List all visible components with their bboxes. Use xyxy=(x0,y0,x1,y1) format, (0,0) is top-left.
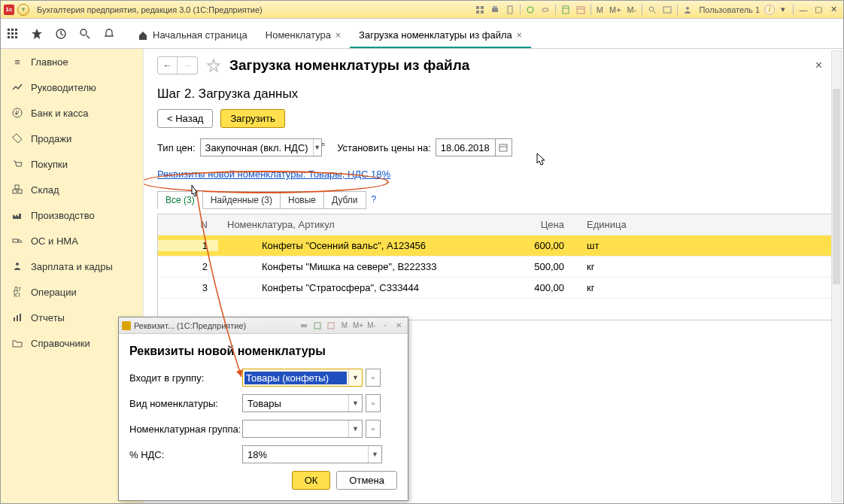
popup-calendar-icon[interactable] xyxy=(325,320,337,331)
tool-strip: Начальная страница Номенклатура × Загруз… xyxy=(1,19,843,49)
open-ref-icon[interactable]: ▫ xyxy=(366,369,381,387)
col-price[interactable]: Цена xyxy=(489,219,579,230)
minimize-icon[interactable]: — xyxy=(797,4,810,16)
info-icon[interactable]: i xyxy=(764,5,775,15)
apps-icon[interactable] xyxy=(5,26,20,41)
factory-icon xyxy=(11,209,23,221)
maximize-icon[interactable]: ▢ xyxy=(812,4,825,16)
sidebar-item-main[interactable]: ≡Главное xyxy=(1,49,143,74)
sidebar-item-salary[interactable]: Зарплата и кадры xyxy=(1,254,143,279)
search-icon[interactable] xyxy=(77,26,93,41)
col-unit[interactable]: Единица xyxy=(579,219,669,230)
filter-tab-duplicates[interactable]: Дубли xyxy=(323,191,366,209)
popup-calc-icon[interactable] xyxy=(311,320,323,331)
m-minus-button[interactable]: M- xyxy=(625,5,639,14)
table-row[interactable]: 3Конфеты "Стратосфера", C333444400,00кг xyxy=(158,278,833,299)
svg-rect-19 xyxy=(15,29,17,31)
popup-cancel-button[interactable]: Отмена xyxy=(336,471,397,490)
tab-load-from-file[interactable]: Загрузка номенклатуры из файла × xyxy=(350,22,531,48)
doc-icon[interactable] xyxy=(503,4,517,16)
window-icon[interactable] xyxy=(660,4,674,16)
col-n[interactable]: N xyxy=(158,219,218,230)
tab-nomenclature[interactable]: Номенклатура × xyxy=(257,22,350,48)
page-close-icon[interactable]: × xyxy=(815,59,822,72)
refresh-icon[interactable] xyxy=(524,4,537,16)
sidebar-item-operations[interactable]: ДтКтОперации xyxy=(1,279,143,305)
open-ref-icon[interactable]: ▫ xyxy=(366,394,381,412)
sidebar-item-stock[interactable]: Склад xyxy=(1,177,143,202)
chevron-down-icon[interactable]: ▼ xyxy=(348,369,362,386)
favorite-star-icon[interactable] xyxy=(205,57,222,74)
open-ref-icon[interactable]: ▫ xyxy=(366,420,381,438)
popup-mminus-button[interactable]: M- xyxy=(366,320,378,331)
zoom-icon[interactable] xyxy=(645,4,659,16)
nav-forward-icon[interactable]: → xyxy=(178,57,197,74)
calendar-picker-icon[interactable] xyxy=(496,138,512,156)
popup-print-icon[interactable] xyxy=(298,320,310,331)
popup-group-combo[interactable]: Товары (конфеты) ▼ xyxy=(242,369,363,387)
step-title: Шаг 2. Загрузка данных xyxy=(157,87,830,102)
price-type-label: Тип цен: xyxy=(157,142,196,153)
info-dropdown[interactable]: ▾ xyxy=(776,4,790,16)
chevron-down-icon[interactable]: ▼ xyxy=(313,139,321,156)
history-icon[interactable] xyxy=(53,26,68,41)
scrollbar[interactable] xyxy=(831,50,842,502)
sidebar-item-production[interactable]: Производство xyxy=(1,202,143,228)
app-menu-dropdown[interactable]: ▼ xyxy=(17,4,29,16)
star-icon[interactable] xyxy=(29,26,44,41)
sidebar-item-bank[interactable]: ₽Банк и касса xyxy=(1,100,143,126)
popup-group-value: Товары (конфеты) xyxy=(244,372,347,384)
requisites-link[interactable]: Реквизиты новой номенклатуры: Товары, НД… xyxy=(157,169,390,180)
back-button[interactable]: < Назад xyxy=(157,109,213,128)
tab-close-icon[interactable]: × xyxy=(517,30,522,41)
user-label[interactable]: Пользователь 1 xyxy=(696,5,763,14)
set-date-input[interactable] xyxy=(436,142,495,153)
popup-close-icon[interactable]: ✕ xyxy=(393,320,405,331)
print-icon[interactable] xyxy=(488,4,502,16)
popup-nomgrp-combo[interactable]: ▼ xyxy=(242,420,363,438)
svg-point-13 xyxy=(649,7,654,11)
sidebar-item-purchases[interactable]: Покупки xyxy=(1,151,143,177)
popup-restore-icon[interactable]: ▫ xyxy=(379,320,391,331)
calc-icon[interactable] xyxy=(559,4,572,16)
calendar-icon[interactable] xyxy=(574,4,587,16)
popup-ok-button[interactable]: ОК xyxy=(292,471,331,490)
sidebar-item-label: Зарплата и кадры xyxy=(31,261,113,272)
m-button[interactable]: M xyxy=(594,5,606,14)
chevron-down-icon[interactable]: ▼ xyxy=(348,421,362,437)
popup-vat-combo[interactable]: 18% ▼ xyxy=(242,445,382,463)
filter-tab-new[interactable]: Новые xyxy=(280,191,324,209)
popup-m-button[interactable]: M xyxy=(339,320,351,331)
table-row[interactable]: 1Конфеты "Осенний вальс", A123456600,00ш… xyxy=(158,235,833,257)
table-row[interactable]: 2Конфеты "Мишка на севере", B222333500,0… xyxy=(158,257,833,278)
open-ref-icon[interactable]: ▫ xyxy=(322,138,326,156)
col-nom[interactable]: Номенклатура, Артикул xyxy=(218,219,489,230)
sidebar-item-manager[interactable]: Руководителю xyxy=(1,74,143,100)
tab-close-icon[interactable]: × xyxy=(335,30,341,41)
link-icon[interactable] xyxy=(539,4,552,16)
popup-mplus-button[interactable]: M+ xyxy=(352,320,364,331)
close-icon[interactable]: ✕ xyxy=(827,4,840,16)
filter-help-icon[interactable]: ? xyxy=(366,191,383,209)
price-type-combo[interactable]: Закупочная (вкл. НДС) ▼ xyxy=(200,138,322,156)
m-plus-button[interactable]: M+ xyxy=(607,5,624,14)
grid-icon[interactable] xyxy=(473,4,487,16)
popup-group-label: Входит в группу: xyxy=(129,372,242,384)
cell-nom: Конфеты "Осенний вальс", A123456 xyxy=(218,240,489,251)
svg-rect-35 xyxy=(13,239,18,242)
filter-tab-found[interactable]: Найденные (3) xyxy=(202,191,281,209)
nav-back-icon[interactable]: ← xyxy=(158,57,178,74)
sidebar-item-assets[interactable]: ОС и НМА xyxy=(1,228,143,254)
dtkt-icon: ДтКт xyxy=(11,286,23,298)
sidebar-item-sales[interactable]: Продажи xyxy=(1,126,143,151)
chevron-down-icon[interactable]: ▼ xyxy=(368,446,381,463)
bell-icon[interactable] xyxy=(102,26,117,41)
chevron-down-icon[interactable]: ▼ xyxy=(348,395,362,411)
tab-home[interactable]: Начальная страница xyxy=(129,22,257,48)
popup-vat-label: % НДС: xyxy=(129,449,242,460)
popup-kind-combo[interactable]: Товары ▼ xyxy=(242,394,363,412)
title-bar: 1c ▼ Бухгалтерия предприятия, редакция 3… xyxy=(1,1,843,19)
load-button[interactable]: Загрузить xyxy=(220,109,284,128)
filter-tab-all[interactable]: Все (3) xyxy=(157,191,203,209)
scrollbar-handle[interactable] xyxy=(833,89,840,284)
